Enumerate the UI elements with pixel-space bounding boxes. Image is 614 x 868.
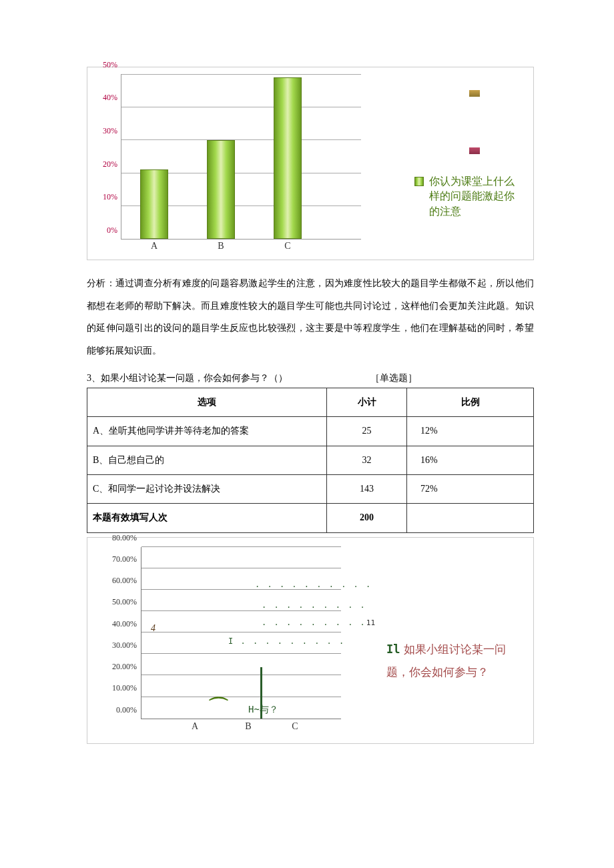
cell-count-c: 143 — [327, 474, 407, 503]
chart1-legend-text: 你认为课堂上什么样的问题能激起你的注意 — [429, 174, 523, 219]
chart2-grid — [141, 568, 341, 568]
table-header-row: 选项 小计 比例 — [87, 388, 534, 416]
chart1-legend: 你认为课堂上什么样的问题能激起你的注意 — [414, 174, 528, 219]
th-ratio: 比例 — [407, 388, 534, 416]
chart2-xlabel-c: C — [282, 719, 308, 734]
chart1-ytick-3: 30% — [87, 125, 117, 137]
chart2-grid — [141, 632, 341, 632]
chart2-ytick-8: 80.00% — [91, 532, 137, 544]
chart1-ytick-1: 10% — [87, 191, 117, 204]
chart1-plot: A B C — [121, 74, 361, 240]
survey-table: 选项 小计 比例 A、坐听其他同学讲并等待老加的答案 25 12% B、自己想自… — [87, 388, 534, 533]
cell-ratio-a: 12% — [407, 417, 534, 446]
cell-opt-c: C、和同学一起讨论并设法解决 — [87, 474, 327, 503]
chart1-bar-c — [274, 77, 302, 239]
chart2-ytick-5: 50.00% — [91, 596, 137, 609]
cell-opt-a: A、坐听其他同学讲并等待老加的答案 — [87, 417, 327, 446]
chart2-dots: . . . . . . . . .11 — [262, 616, 375, 629]
th-option: 选项 — [87, 388, 327, 416]
chart2-ytick-7: 70.00% — [91, 553, 137, 566]
chart2-I: I — [228, 636, 234, 646]
th-count: 小计 — [327, 388, 407, 416]
chart1-legend-swatch — [414, 177, 424, 186]
cell-ratio-c: 72% — [407, 474, 534, 503]
chart1-ytick-5: 50% — [87, 59, 117, 71]
chart1-deco-1 — [469, 90, 480, 97]
chart1-ytick-2: 20% — [87, 158, 117, 171]
chart2-xlabel-b: B — [235, 719, 262, 734]
chart2-dots: . . . . . . . . . — [262, 599, 366, 612]
chart2-grid — [141, 697, 341, 697]
chart-participation: . . . . . . . . . . . . . . . . . . . . … — [87, 537, 534, 744]
cell-opt-b: B、自己想自己的 — [87, 446, 327, 474]
analysis-label: 分析： — [87, 278, 115, 288]
table-row: B、自己想自己的 32 16% — [87, 446, 534, 474]
chart2-grid — [141, 675, 341, 675]
chart1-xlabel-a: A — [140, 239, 168, 254]
chart2-glyph-four: 4 — [151, 621, 156, 636]
chart2-legend-text: 如果小组讨论某一问题，你会如何参与？ — [386, 643, 506, 679]
analysis-text: 通过调查分析有难度的问题容易激起学生的注意，因为难度性比较大的题目学生都做不起，… — [87, 278, 534, 356]
question3-row: 3、如果小组讨论某一问题，你会如何参与？（） ［单选题］ — [87, 371, 534, 386]
cell-count-a: 25 — [327, 417, 407, 446]
chart2-ytick-3: 30.00% — [91, 639, 137, 652]
chart2-ytick-2: 20.00% — [91, 661, 137, 673]
chart1-deco-2 — [469, 147, 480, 154]
chart2-ytick-4: 40.00% — [91, 618, 137, 630]
chart2-dots: . . . . . . . . . . — [255, 578, 372, 591]
analysis-paragraph: 分析：通过调查分析有难度的问题容易激起学生的注意，因为难度性比较大的题目学生都做… — [87, 272, 534, 362]
chart2-grid — [141, 653, 341, 654]
chart1-bar-a — [140, 169, 168, 239]
chart2-eleven: 11 — [366, 618, 375, 627]
cell-ratio-b: 16% — [407, 446, 534, 474]
chart2-grid — [141, 546, 341, 547]
chart2-ytick-6: 60.00% — [91, 574, 137, 587]
chart-question-attention: A B C 0% 10% 20% 30% 40% 50% 你认为课堂上什么样的问… — [87, 67, 534, 260]
chart2-legend-il: Il — [386, 642, 400, 656]
chart1-ytick-4: 40% — [87, 92, 117, 105]
chart1-ytick-0: 0% — [87, 224, 117, 237]
cell-total-blank — [407, 504, 534, 532]
table-total-row: 本题有效填写人次 200 — [87, 504, 534, 532]
chart2-dots: I . . . . . . . . . — [228, 635, 345, 648]
question3-tag: ［单选题］ — [370, 371, 417, 386]
table-row: A、坐听其他同学讲并等待老加的答案 25 12% — [87, 417, 534, 446]
cell-count-b: 32 — [327, 446, 407, 474]
question3-text: 如果小组讨论某一问题，你会如何参与？（） — [101, 373, 288, 383]
chart2-xlabel-a: A — [182, 719, 208, 734]
table-row: C、和同学一起讨论并设法解决 143 72% — [87, 474, 534, 503]
chart2-ytick-1: 10.00% — [91, 683, 137, 695]
chart1-bar-b — [207, 140, 235, 239]
cell-total-label: 本题有效填写人次 — [87, 504, 327, 532]
chart2-ytick-0: 0.00% — [91, 704, 137, 717]
chart2-squiggle: ⌒ — [208, 691, 230, 723]
chart1-xlabel-b: B — [207, 239, 235, 254]
cell-total-value: 200 — [327, 504, 407, 532]
chart2-hyu: H~与？ — [248, 702, 278, 717]
chart2-legend: Il如果小组讨论某一问题，你会如何参与？ — [386, 638, 520, 684]
question3-number: 3、 — [87, 373, 101, 383]
chart2-plot: . . . . . . . . . . . . . . . . . . . . … — [141, 547, 341, 719]
chart1-xlabel-c: C — [274, 239, 302, 254]
